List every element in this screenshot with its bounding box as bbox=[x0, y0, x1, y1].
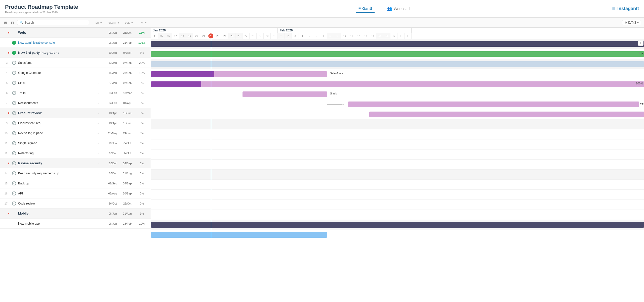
gantt-day: 15 bbox=[376, 33, 383, 39]
gantt-day: 8 bbox=[327, 33, 334, 39]
task-name: Web: bbox=[17, 31, 91, 34]
status-icon: ✓ bbox=[12, 71, 17, 75]
gantt-day: 18 bbox=[397, 33, 405, 39]
gantt-day-today: 22 bbox=[207, 33, 214, 39]
task-eh: - bbox=[91, 122, 105, 125]
status-icon: ✓ bbox=[12, 161, 17, 165]
task-due: 24/Jul bbox=[120, 152, 135, 155]
expand-icon[interactable]: ■ bbox=[8, 162, 12, 165]
tab-workload[interactable]: 👥 Workload bbox=[385, 5, 412, 13]
workload-icon: 👥 bbox=[387, 6, 392, 11]
task-due: 18/Jun bbox=[120, 112, 135, 115]
gantt-tab-label: Gantt bbox=[362, 6, 372, 11]
task-eh: - bbox=[91, 142, 105, 145]
expand-icon[interactable]: ■ bbox=[8, 111, 12, 115]
gantt-row-revise-login bbox=[151, 139, 644, 149]
col-header-due[interactable]: DUE ▼ bbox=[121, 21, 136, 24]
task-eh: - bbox=[91, 51, 105, 54]
task-start: 26/Oct bbox=[105, 202, 120, 205]
table-row: ■ ✓ Revise security - 06/Jul 04/Sep 0% bbox=[0, 158, 151, 168]
gantt-months: Jan 2020 Feb 2020 bbox=[151, 28, 644, 33]
app-header: Product Roadmap Template Read-only view,… bbox=[0, 0, 644, 18]
task-name: Trello bbox=[17, 91, 91, 95]
table-row: ■ ✓ Product review - 13/Apr 18/Jun 0% bbox=[0, 108, 151, 118]
gantt-row-refactoring bbox=[151, 160, 644, 170]
status-icon: ✓ bbox=[12, 121, 17, 125]
gantt-day: 5 bbox=[306, 33, 313, 39]
task-due: 18/Mar bbox=[120, 91, 135, 94]
gantt-row-mobile-app bbox=[151, 230, 644, 240]
brand: ≡ Instagantt bbox=[612, 6, 639, 12]
gantt-rows-container: ⑃ N bbox=[151, 39, 644, 240]
task-eh: - bbox=[91, 132, 105, 135]
task-start: 27/Jan bbox=[105, 81, 120, 84]
task-due: 04/Sep bbox=[120, 182, 135, 185]
task-start: 06/Jan bbox=[105, 222, 120, 225]
task-due: 04/Sep bbox=[120, 162, 135, 165]
add-task-button[interactable]: ⊞ bbox=[3, 20, 8, 25]
task-start: 01/Sep bbox=[105, 182, 120, 185]
task-name: Keep security requirements up bbox=[17, 172, 91, 175]
expand-icon[interactable]: ■ bbox=[8, 51, 12, 55]
task-name: Discuss features bbox=[17, 121, 91, 125]
gantt-row-sso bbox=[151, 149, 644, 160]
gantt-header: Jan 2020 Feb 2020 4 15 16 17 18 19 20 21… bbox=[151, 28, 644, 39]
table-row: ✓ New administrative console - 06/Jan 21… bbox=[0, 38, 151, 48]
days-label: DAYS bbox=[628, 21, 636, 24]
task-pct: 0% bbox=[135, 122, 149, 125]
page-subtitle: Read-only view, generated on 22 Jan 2020 bbox=[5, 11, 156, 14]
task-eh: - bbox=[91, 192, 105, 195]
task-due: 18/Jun bbox=[120, 122, 135, 125]
task-pct: 0% bbox=[135, 132, 149, 135]
task-eh: - bbox=[91, 162, 105, 165]
task-pct: 0% bbox=[135, 102, 149, 105]
task-due: 04/Apr bbox=[120, 51, 135, 54]
gantt-bar-salesforce-pink bbox=[214, 71, 327, 77]
task-start: 03/Aug bbox=[105, 192, 120, 195]
table-row: 12 ✓ Refactoring - 06/Jul 24/Jul 0% bbox=[0, 148, 151, 158]
task-due: 21/Aug bbox=[120, 212, 135, 215]
task-due: 21/Feb bbox=[120, 41, 135, 44]
col-header-pct[interactable]: % ▼ bbox=[136, 21, 151, 24]
task-due: 07/Feb bbox=[120, 81, 135, 84]
task-pct: 6% bbox=[135, 51, 149, 54]
table-row: 17 ✓ Code review - 26/Oct 26/Oct 0% bbox=[0, 198, 151, 209]
gantt-day: 2 bbox=[285, 33, 292, 39]
gantt-bar-admin-console bbox=[151, 51, 644, 57]
search-input[interactable] bbox=[24, 21, 55, 24]
days-button[interactable]: ⚙ DAYS ▾ bbox=[622, 20, 641, 25]
table-row: 11 ✓ Single sign-on - 19/Jun 04/Jul 0% bbox=[0, 138, 151, 148]
task-start: 06/Jul bbox=[105, 162, 120, 165]
connector-line bbox=[327, 104, 342, 105]
gantt-day: 17 bbox=[172, 33, 179, 39]
task-due: 26/Oct bbox=[120, 31, 135, 34]
table-row: ■ Mobile: - 06/Jan 21/Aug 1% bbox=[0, 209, 151, 219]
gantt-day: 12 bbox=[355, 33, 362, 39]
col-header-eh[interactable]: EH ▼ bbox=[91, 21, 106, 24]
task-pct: 0% bbox=[135, 91, 149, 94]
col-header-start[interactable]: START ▼ bbox=[106, 21, 121, 24]
pct-label: 100% bbox=[636, 82, 643, 85]
tab-gantt[interactable]: ≡ Gantt bbox=[356, 5, 375, 13]
zoom-in-button[interactable]: + bbox=[638, 40, 643, 46]
toolbar: ⊞ ⊟ 🔍 EH ▼ START ▼ DUE ▼ % ▼ ⚙ DAYS ▾ bbox=[0, 18, 644, 28]
table-row: 15 ✓ Back up - 01/Sep 04/Sep 0% bbox=[0, 178, 151, 188]
salesforce-label: Salesforce bbox=[330, 72, 343, 75]
task-eh: - bbox=[91, 81, 105, 84]
task-pct: 0% bbox=[135, 172, 149, 175]
expand-icon[interactable]: ■ bbox=[8, 31, 12, 34]
gantt-day: 17 bbox=[390, 33, 397, 39]
branch-icon: ⑃ bbox=[638, 52, 640, 56]
task-eh: - bbox=[91, 152, 105, 155]
remove-task-button[interactable]: ⊟ bbox=[10, 20, 15, 25]
expand-icon[interactable]: ■ bbox=[8, 212, 12, 215]
task-list: ■ Web: - 06/Jan 26/Oct 12% ✓ New adminis… bbox=[0, 28, 151, 302]
gantt-bar-web bbox=[151, 41, 644, 47]
task-eh: - bbox=[91, 112, 105, 115]
gantt-row-product-review bbox=[151, 119, 644, 129]
task-pct: 0% bbox=[135, 162, 149, 165]
gantt-day: 16 bbox=[165, 33, 172, 39]
gantt-chart: Jan 2020 Feb 2020 4 15 16 17 18 19 20 21… bbox=[151, 28, 644, 302]
task-pct: 0% bbox=[135, 192, 149, 195]
gantt-day: 18 bbox=[179, 33, 186, 39]
